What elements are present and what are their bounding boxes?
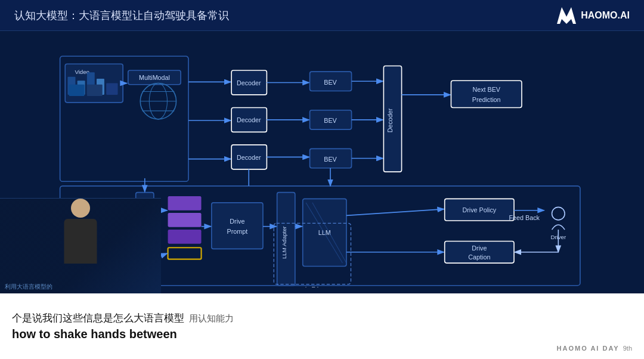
bev1-label: BEV — [324, 79, 337, 86]
feed-back-label: Feed Back — [509, 214, 540, 221]
decoder1-label: Decoder — [237, 79, 261, 86]
multimodal-label: MultiModal — [139, 74, 170, 81]
yellow-block — [168, 247, 202, 259]
subtitle-chinese: 个是说我们这些信息是怎么大语言模型 — [12, 311, 184, 325]
driver-icon-head — [552, 207, 565, 220]
drive-caption-label1: Drive — [472, 245, 487, 252]
llm-adapter-label: LLM Adapter — [281, 225, 287, 259]
speaker-head — [71, 199, 90, 218]
drive-prompt-label1: Drive — [230, 218, 244, 225]
svg-rect-13 — [69, 85, 85, 96]
svg-rect-14 — [87, 85, 103, 96]
drive-policy-label: Drive Policy — [462, 206, 496, 213]
next-bev-label1: Next BEV — [472, 86, 500, 93]
decoder3-label: Decoder — [237, 154, 261, 161]
block3 — [168, 230, 202, 244]
subtitle-chinese-right: 用认知能力 — [189, 313, 234, 324]
decoder2-label: Decoder — [237, 116, 261, 123]
speaker-body — [64, 219, 97, 264]
footer-logo-area: HAOMO AI DAY 9th — [557, 345, 632, 352]
bev3-label: BEV — [324, 156, 337, 163]
speaker-thumbnail: 利用大语言模型的 — [0, 198, 161, 293]
next-bev-label2: Prediction — [472, 96, 501, 103]
block2 — [168, 213, 202, 227]
block1 — [168, 196, 202, 211]
footer-day: 9th — [623, 345, 632, 352]
lora-label: LoRA — [305, 285, 320, 287]
bev2-label: BEV — [324, 117, 337, 124]
header: 认知大模型：大语言模型让自动驾驶具备常识 HAOMO.AI — [0, 0, 644, 31]
logo: HAOMO.AI — [557, 7, 630, 24]
page-title: 认知大模型：大语言模型让自动驾驶具备常识 — [14, 8, 229, 23]
next-bev-box — [451, 81, 521, 107]
logo-text: HAOMO.AI — [581, 10, 630, 21]
svg-rect-8 — [106, 83, 117, 95]
arrow-llm-drivepolicy — [346, 209, 444, 216]
subtitle-english: how to shake hands between — [12, 327, 632, 341]
driver-icon-body — [552, 225, 565, 230]
footer-logo: HAOMO AI DAY — [557, 345, 620, 352]
svg-marker-0 — [557, 7, 576, 24]
haomo-logo-icon — [557, 7, 576, 24]
drive-prompt-box — [212, 203, 263, 249]
drive-prompt-label2: Prompt — [227, 228, 248, 235]
right-decoder-label: Decoder — [386, 108, 394, 132]
subtitle-bar: 个是说我们这些信息是怎么大语言模型 用认知能力 how to shake han… — [0, 293, 644, 359]
drive-caption-label2: Caption — [468, 253, 490, 261]
